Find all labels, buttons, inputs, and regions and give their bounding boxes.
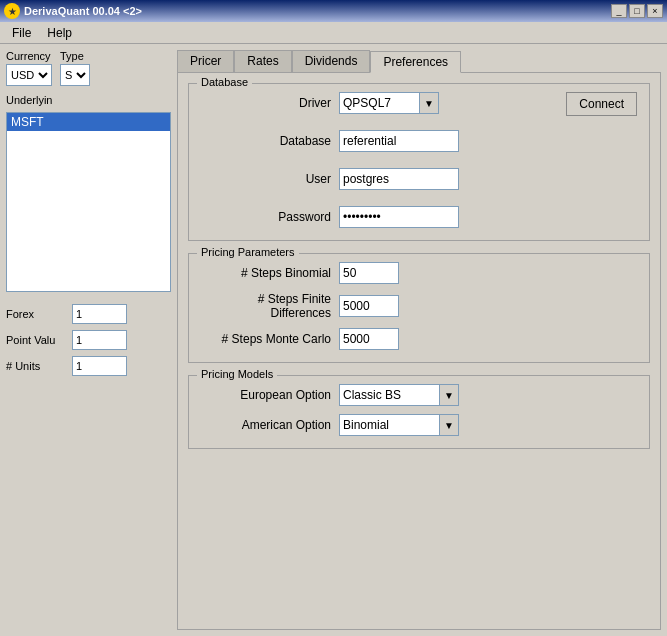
european-option-row: European Option ▼ [201, 384, 637, 406]
password-row: Password [201, 206, 459, 228]
steps-binomial-input[interactable] [339, 262, 399, 284]
pricing-models-title: Pricing Models [197, 368, 277, 380]
american-option-dropdown-arrow[interactable]: ▼ [439, 414, 459, 436]
forex-row: Forex [6, 304, 171, 324]
currency-select-wrapper[interactable]: USD [6, 64, 52, 86]
currency-group: Currency USD [6, 50, 52, 86]
steps-fd-input[interactable] [339, 295, 399, 317]
menu-file[interactable]: File [4, 24, 39, 42]
steps-mc-input[interactable] [339, 328, 399, 350]
database-group-title: Database [197, 76, 252, 88]
left-panel: Currency USD Type S Underlyin MSFT [6, 50, 171, 630]
point-value-row: Point Valu [6, 330, 171, 350]
tab-dividends[interactable]: Dividends [292, 50, 371, 72]
driver-select-wrapper: ▼ [339, 92, 439, 114]
right-panel: Pricer Rates Dividends Preferences Datab… [177, 50, 661, 630]
database-row: Database [201, 130, 459, 152]
forex-input[interactable] [72, 304, 127, 324]
type-select-wrapper[interactable]: S [60, 64, 90, 86]
forex-label: Forex [6, 308, 66, 320]
european-option-dropdown-arrow[interactable]: ▼ [439, 384, 459, 406]
steps-mc-row: # Steps Monte Carlo [201, 328, 637, 350]
tabs: Pricer Rates Dividends Preferences [177, 50, 661, 72]
steps-binomial-label: # Steps Binomial [201, 266, 331, 280]
currency-type-row: Currency USD Type S [6, 50, 171, 86]
american-option-row: American Option ▼ [201, 414, 637, 436]
tab-preferences[interactable]: Preferences [370, 51, 461, 73]
currency-label: Currency [6, 50, 52, 62]
type-label: Type [60, 50, 90, 62]
user-label: User [201, 172, 331, 186]
underlying-label: Underlyin [6, 94, 171, 106]
point-value-label: Point Valu [6, 334, 66, 346]
driver-input[interactable] [339, 92, 419, 114]
underlying-list[interactable]: MSFT [6, 112, 171, 292]
database-label: Database [201, 134, 331, 148]
app-icon: ★ [4, 3, 20, 19]
main-content: Currency USD Type S Underlyin MSFT [0, 44, 667, 636]
steps-fd-row: # Steps Finite Differences [201, 292, 637, 320]
titlebar-title: DerivaQuant 00.04 <2> [24, 5, 142, 17]
db-fields: Driver ▼ Database User [201, 92, 459, 228]
type-group: Type S [60, 50, 90, 86]
close-button[interactable]: × [647, 4, 663, 18]
password-input[interactable] [339, 206, 459, 228]
preferences-content: Database Driver ▼ Database [177, 72, 661, 630]
point-value-input[interactable] [72, 330, 127, 350]
units-label: # Units [6, 360, 66, 372]
tab-rates[interactable]: Rates [234, 50, 291, 72]
tab-pricer[interactable]: Pricer [177, 50, 234, 72]
units-row: # Units [6, 356, 171, 376]
currency-select[interactable]: USD [7, 65, 51, 85]
database-group: Database Driver ▼ Database [188, 83, 650, 241]
titlebar-buttons: _ □ × [611, 4, 663, 18]
underlying-item-msft[interactable]: MSFT [7, 113, 170, 131]
steps-fd-label: # Steps Finite Differences [201, 292, 331, 320]
driver-row: Driver ▼ [201, 92, 459, 114]
american-option-label: American Option [201, 418, 331, 432]
db-row-connect: Driver ▼ Database User [201, 92, 637, 228]
bottom-fields: Forex Point Valu # Units [6, 304, 171, 376]
american-option-input[interactable] [339, 414, 439, 436]
european-option-input[interactable] [339, 384, 439, 406]
database-input[interactable] [339, 130, 459, 152]
user-input[interactable] [339, 168, 459, 190]
pricing-models-group: Pricing Models European Option ▼ America… [188, 375, 650, 449]
european-option-label: European Option [201, 388, 331, 402]
password-label: Password [201, 210, 331, 224]
european-option-select-wrapper: ▼ [339, 384, 459, 406]
pricing-params-title: Pricing Parameters [197, 246, 299, 258]
user-row: User [201, 168, 459, 190]
maximize-button[interactable]: □ [629, 4, 645, 18]
minimize-button[interactable]: _ [611, 4, 627, 18]
titlebar: ★ DerivaQuant 00.04 <2> _ □ × [0, 0, 667, 22]
menu-help[interactable]: Help [39, 24, 80, 42]
driver-label: Driver [201, 96, 331, 110]
units-input[interactable] [72, 356, 127, 376]
connect-button[interactable]: Connect [566, 92, 637, 116]
american-option-select-wrapper: ▼ [339, 414, 459, 436]
pricing-params-group: Pricing Parameters # Steps Binomial # St… [188, 253, 650, 363]
steps-binomial-row: # Steps Binomial [201, 262, 637, 284]
titlebar-left: ★ DerivaQuant 00.04 <2> [4, 3, 142, 19]
menubar: File Help [0, 22, 667, 44]
driver-dropdown-arrow[interactable]: ▼ [419, 92, 439, 114]
type-select[interactable]: S [61, 65, 89, 85]
steps-mc-label: # Steps Monte Carlo [201, 332, 331, 346]
